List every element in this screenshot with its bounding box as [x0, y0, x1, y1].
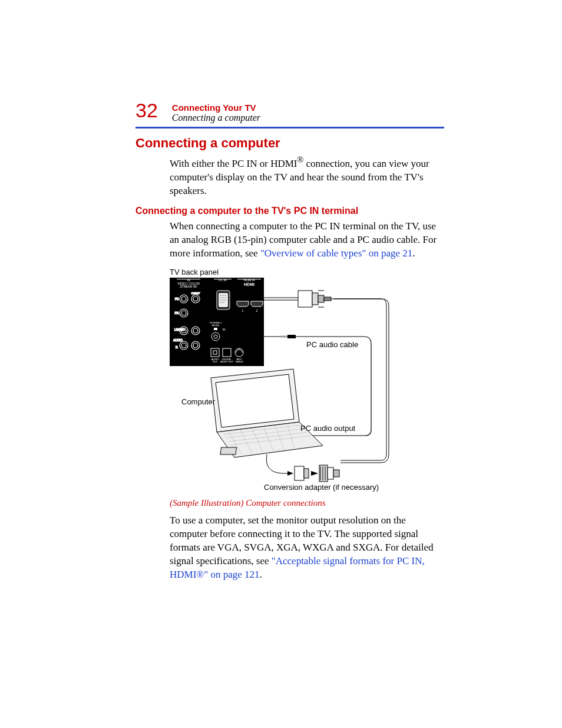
panel-ant-cable-label2: CABLE: [235, 360, 243, 363]
svg-rect-43: [324, 297, 331, 301]
svg-point-13: [223, 295, 224, 296]
conv-arrow-icon: [287, 471, 293, 476]
intro-text-before: With either the PC IN or HDMI: [170, 158, 297, 169]
illustration-computer-connections: TV back panel IN VIDEO / COLOR STREAM HD…: [170, 268, 417, 496]
laptop-icon: [211, 369, 323, 457]
svg-point-21: [223, 299, 224, 301]
svg-rect-67: [328, 467, 333, 479]
conv-arrow2-icon: [311, 471, 318, 476]
svg-point-25: [223, 302, 224, 303]
svg-point-16: [222, 297, 223, 298]
svg-rect-62: [304, 469, 309, 478]
header-rule: [135, 127, 444, 129]
svg-point-23: [220, 302, 221, 303]
panel-pr-label: PR: [175, 311, 179, 315]
vga-cable-run-inner: [333, 299, 386, 460]
panel-port2-label: 2: [256, 309, 258, 312]
panel-stream-hd-label: STREAM HD: [180, 285, 197, 288]
svg-rect-42: [318, 295, 324, 302]
chapter-title: Connecting Your TV: [172, 103, 260, 113]
vga-cable-run: [331, 299, 389, 463]
svg-point-12: [222, 295, 223, 296]
heading-pc-in-terminal: Connecting a computer to the TV's PC IN …: [135, 206, 444, 216]
pc-in-text-after: .: [412, 248, 415, 259]
running-header: 32 Connecting Your TV Connecting a compu…: [135, 100, 444, 123]
label-tv-back-panel: TV back panel: [170, 268, 417, 276]
panel-audio-label: AUDIO: [173, 338, 183, 342]
conv-connector-right-icon: [319, 465, 339, 482]
intro-paragraph: With either the PC IN or HDMI® connectio…: [170, 154, 444, 197]
resolution-text-after: .: [260, 569, 262, 580]
conv-connector-left-icon: [295, 466, 309, 480]
svg-rect-41: [312, 293, 318, 305]
resolution-paragraph: To use a computer, set the monitor outpu…: [170, 514, 444, 582]
svg-rect-60: [220, 447, 237, 454]
panel-cvbsy-label: CVBS/Y: [191, 292, 200, 295]
svg-rect-61: [295, 466, 304, 480]
pc-audio-cable-run: [287, 337, 371, 436]
label-computer: Computer: [181, 397, 216, 406]
panel-pc-in-label: PC IN: [219, 278, 227, 282]
heading-connecting-a-computer: Connecting a computer: [135, 136, 444, 151]
vga-connector-icon: [298, 291, 331, 307]
svg-point-14: [225, 295, 226, 296]
svg-rect-40: [298, 291, 312, 307]
svg-point-15: [220, 297, 221, 298]
pc-in-paragraph: When connecting a computer to the PC IN …: [170, 220, 444, 261]
conv-cable: [266, 454, 287, 473]
svg-rect-46: [287, 335, 296, 338]
svg-point-18: [225, 297, 226, 298]
panel-pc-hdmi1-in-label: IN: [223, 328, 226, 331]
page-number: 32: [135, 100, 158, 120]
svg-point-24: [222, 302, 223, 303]
figure-caption: (Sample Illustration) Computer connectio…: [170, 498, 444, 508]
section-path: Connecting a computer: [172, 113, 260, 123]
svg-rect-68: [333, 470, 339, 477]
svg-point-20: [222, 299, 223, 301]
panel-hdmi-logo: HDMI: [244, 282, 254, 286]
svg-rect-47: [280, 336, 287, 338]
registered-mark: ®: [297, 155, 304, 164]
label-conversion-adapter: Conversion adapter (if necessary): [264, 483, 379, 492]
panel-port1-label: 1: [242, 309, 244, 312]
link-cable-types[interactable]: "Overview of cable types" on page 21: [260, 248, 412, 259]
panel-r-label: R: [176, 345, 178, 349]
svg-point-22: [225, 299, 226, 301]
panel-in-jack-marker: [214, 328, 217, 330]
panel-hdmi-in-label: HDMI IN: [243, 278, 255, 282]
diagram-svg: IN VIDEO / COLOR STREAM HD PC IN HDMI IN…: [170, 278, 417, 496]
panel-digital-audio-out-label2: AUDIO OUT: [220, 360, 234, 363]
panel-audio-out-label2: OUT: [213, 360, 218, 363]
panel-pb-label: PB: [175, 297, 179, 301]
panel-pc-hdmi1-audio-label2: (Audio): [212, 324, 220, 327]
svg-point-11: [220, 295, 221, 296]
vga-port-icon: [217, 291, 230, 309]
label-pc-audio-cable: PC audio cable: [306, 340, 358, 349]
audio-plug-left-icon: [280, 335, 296, 338]
svg-point-17: [223, 297, 224, 298]
svg-point-19: [220, 299, 221, 301]
label-pc-audio-output: PC audio output: [300, 424, 356, 433]
